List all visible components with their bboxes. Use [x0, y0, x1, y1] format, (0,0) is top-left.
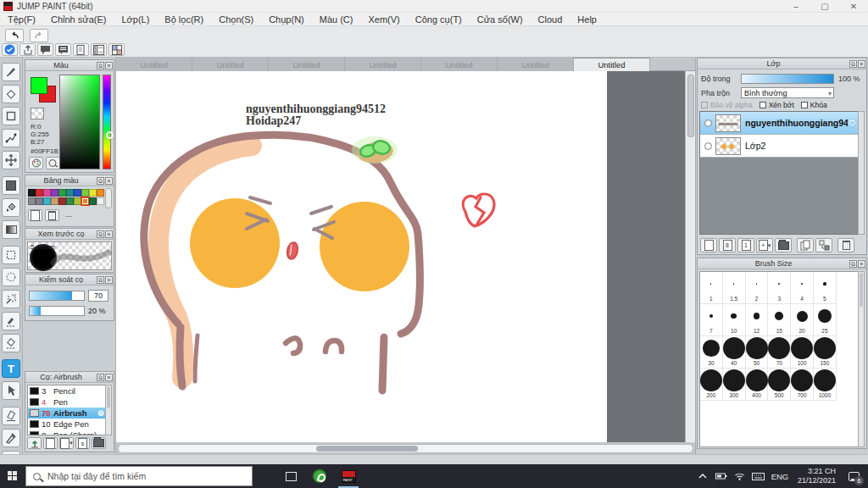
brush-size-cell-15[interactable]: 15	[768, 304, 791, 336]
alpha-protect-checkbox[interactable]	[701, 102, 708, 108]
notification-center-button[interactable]: 6	[843, 464, 865, 488]
clock[interactable]: 3:21 CH 21/12/2021	[793, 467, 841, 485]
blend-mode-select[interactable]: Bình thường	[741, 87, 834, 98]
add-8bit-layer-button[interactable]: 8	[719, 238, 736, 252]
fill-bucket-tool-icon[interactable]	[2, 198, 20, 217]
close-icon[interactable]: ✕	[105, 230, 113, 238]
palette-swatch[interactable]	[66, 197, 74, 205]
brush-item-edge-pen[interactable]: 10Edge Pen	[28, 419, 105, 430]
foreground-color-swatch-main[interactable]	[31, 77, 47, 94]
eyedropper-tool-icon[interactable]	[2, 429, 20, 447]
maximize-button[interactable]: ▢	[810, 0, 839, 13]
layer-row-active[interactable]: nguyenthihuonggiang94512 ⚙	[700, 112, 858, 135]
close-button[interactable]: ✕	[839, 0, 868, 13]
brush-size-cell-300[interactable]: 300	[723, 369, 746, 401]
brush-cloud-download-button[interactable]	[27, 437, 42, 449]
add-1bit-layer-button[interactable]: 1	[737, 238, 754, 252]
transparent-color-swatch[interactable]	[31, 108, 44, 119]
close-icon[interactable]: ✕	[858, 260, 865, 268]
document-tab-4[interactable]: Untitled	[421, 58, 498, 71]
brush-settings-gear-icon[interactable]: ⚙	[97, 409, 104, 418]
brush-size-cell-20[interactable]: 20	[791, 304, 814, 336]
clipping-checkbox[interactable]	[760, 102, 766, 108]
palette-add-icon[interactable]	[46, 157, 60, 169]
hue-bar[interactable]	[103, 75, 111, 169]
brush-size-cell-100[interactable]: 100	[791, 336, 814, 369]
eraser-tool-icon[interactable]	[2, 85, 20, 103]
minimize-button[interactable]: –	[782, 0, 810, 13]
menu-item-3[interactable]: Bộ lọc(R)	[157, 14, 211, 25]
lock-checkbox[interactable]	[801, 102, 808, 108]
delete-layer-button[interactable]	[837, 238, 854, 252]
brush-size-cell-150[interactable]: 150	[814, 336, 837, 369]
brush-opacity-slider[interactable]	[29, 306, 85, 316]
popout-icon[interactable]: ⧉	[97, 62, 104, 69]
menu-item-2[interactable]: Lớp(L)	[114, 14, 157, 25]
lasso-select-tool-icon[interactable]	[2, 268, 20, 286]
brush-folder-button[interactable]	[92, 437, 106, 449]
keyboard-icon[interactable]	[750, 464, 767, 488]
document-tab-5[interactable]: Untitled	[498, 58, 574, 71]
brush-size-cell-50[interactable]: 50	[746, 336, 769, 369]
menu-item-9[interactable]: Cửa sổ(W)	[470, 14, 531, 25]
select-pen-tool-icon[interactable]	[2, 312, 20, 330]
palette-swatch[interactable]	[81, 197, 89, 205]
new-palette-color-button[interactable]	[28, 209, 42, 221]
palette-swatch[interactable]	[66, 189, 74, 197]
popout-icon[interactable]: ⧉	[97, 276, 104, 284]
palette-swatch[interactable]	[43, 189, 51, 197]
brush-size-scrollbar[interactable]	[858, 271, 865, 447]
green-app-taskbar-icon[interactable]	[305, 464, 334, 488]
menu-item-10[interactable]: Cloud	[531, 14, 570, 25]
brush-size-cell-500[interactable]: 500	[768, 369, 791, 401]
text-tool-icon[interactable]: T	[2, 359, 20, 378]
layer-list-scrollbar[interactable]	[858, 111, 865, 235]
menu-item-5[interactable]: Chụp(N)	[261, 14, 312, 25]
folder-button[interactable]	[775, 238, 792, 252]
palette-swatch[interactable]	[97, 197, 104, 205]
palette-swatch[interactable]	[36, 197, 43, 205]
brush-size-cell-4[interactable]: 4	[791, 272, 814, 304]
brush-size-cell-40[interactable]: 40	[723, 336, 746, 369]
document-tab-6[interactable]: Untitled	[574, 58, 650, 71]
layer-visibility-toggle[interactable]	[704, 119, 712, 127]
popout-icon[interactable]: ⧉	[97, 177, 104, 185]
brush-size-cell-200[interactable]: 200	[700, 369, 723, 401]
merge-layer-button[interactable]	[815, 238, 832, 252]
brush-item-pen-sharp-[interactable]: 8Pen (Sharp)	[28, 430, 105, 435]
brush-item-pen[interactable]: 4Pen	[28, 396, 105, 408]
document-tab-3[interactable]: Untitled	[345, 58, 421, 71]
language-indicator[interactable]: ENG	[769, 464, 791, 488]
brush-size-slider[interactable]	[29, 291, 85, 301]
brush-tool-icon[interactable]	[2, 63, 20, 81]
menu-item-8[interactable]: Công cụ(T)	[408, 14, 470, 25]
task-view-button[interactable]	[276, 464, 305, 488]
brush-size-cell-70[interactable]: 70	[768, 336, 791, 369]
duplicate-layer-button[interactable]	[797, 238, 814, 252]
brush-size-cell-400[interactable]: 400	[746, 369, 769, 401]
gradient-tool-icon[interactable]	[2, 220, 20, 239]
move-tool-icon[interactable]	[2, 151, 20, 169]
menu-item-6[interactable]: Màu (C)	[312, 14, 361, 25]
windows-start-button[interactable]	[0, 464, 25, 488]
brush-size-cell-1[interactable]: 1	[700, 272, 723, 304]
menu-item-0[interactable]: Tệp(F)	[0, 14, 43, 25]
soft-eraser-tool-icon[interactable]	[2, 407, 20, 425]
menu-item-7[interactable]: Xem(V)	[360, 14, 407, 25]
palette-swatch[interactable]	[51, 197, 58, 205]
close-icon[interactable]: ✕	[105, 374, 113, 381]
jump-paint-taskbar-icon[interactable]	[334, 464, 363, 488]
brush-size-cell-5[interactable]: 5	[814, 272, 837, 304]
layer-settings-gear-icon[interactable]: ⚙	[848, 118, 856, 129]
select-eraser-tool-icon[interactable]	[2, 334, 20, 352]
layer-row[interactable]: Lớp2	[700, 135, 858, 158]
close-icon[interactable]: ✕	[105, 276, 113, 284]
palette-dialog-icon[interactable]	[29, 157, 43, 169]
grid-material-icon[interactable]	[108, 43, 125, 56]
polyline-tool-icon[interactable]	[2, 129, 20, 147]
document-tab-2[interactable]: Untitled	[269, 58, 345, 71]
object-select-tool-icon[interactable]	[2, 381, 20, 400]
delete-palette-color-button[interactable]	[45, 209, 59, 221]
brush-size-cell-3[interactable]: 3	[768, 272, 791, 304]
add-folder-button[interactable]: +▾	[756, 238, 773, 252]
